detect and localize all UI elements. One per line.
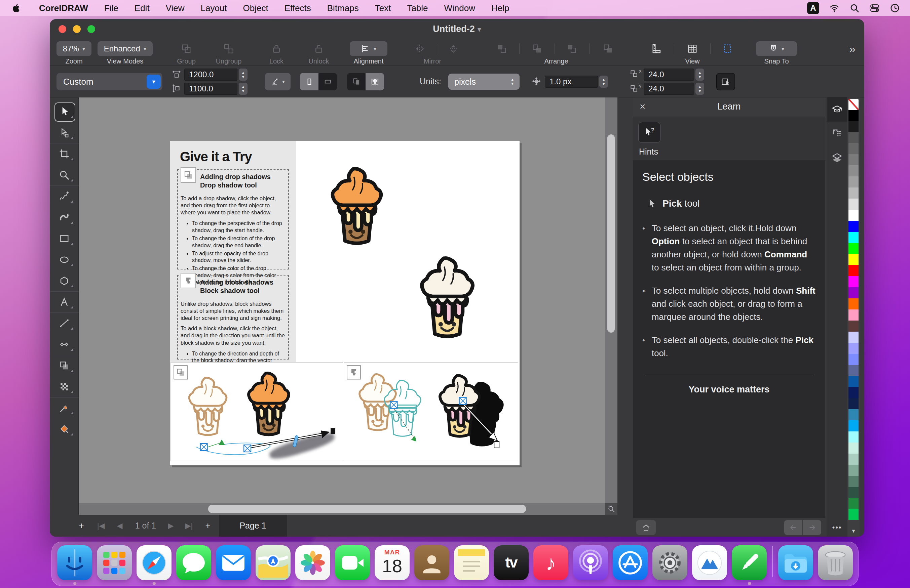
first-page-button[interactable]: |◀ — [94, 515, 108, 536]
color-swatch[interactable] — [848, 409, 858, 420]
tool-shape[interactable] — [50, 122, 79, 143]
tool-transparency[interactable] — [50, 376, 79, 397]
menu-table[interactable]: Table — [399, 0, 436, 16]
dock-podcasts[interactable] — [573, 545, 608, 585]
nudge-stepper[interactable]: ▴▾ — [599, 76, 608, 88]
title-chevron-icon[interactable]: ▾ — [478, 25, 481, 34]
width-stepper[interactable]: ▴▾ — [239, 69, 248, 81]
home-button[interactable] — [636, 520, 656, 535]
color-swatch[interactable] — [848, 110, 858, 121]
hints-tool-button[interactable] — [638, 122, 661, 143]
color-swatch[interactable] — [848, 454, 858, 465]
tool-polygon[interactable] — [50, 270, 79, 291]
menu-bitmaps[interactable]: Bitmaps — [319, 0, 367, 16]
dup-x-stepper[interactable]: ▴▾ — [695, 69, 704, 81]
dock-facetime[interactable] — [335, 545, 370, 585]
color-swatch[interactable] — [848, 443, 858, 454]
color-swatch[interactable] — [848, 165, 858, 176]
tool-drop-shadow[interactable] — [50, 355, 79, 376]
back-button[interactable] — [784, 520, 802, 535]
color-swatch[interactable] — [848, 321, 858, 332]
page-1-tab[interactable]: Page 1 — [219, 515, 287, 536]
color-swatch[interactable] — [848, 232, 858, 243]
forward-button[interactable] — [803, 520, 821, 535]
menu-help[interactable]: Help — [483, 0, 517, 16]
lock-button[interactable] — [269, 41, 284, 56]
vertical-scrollbar-thumb[interactable] — [607, 134, 615, 333]
dock-music[interactable]: ♪ — [533, 545, 568, 585]
color-swatch[interactable] — [848, 132, 858, 143]
color-swatch[interactable] — [848, 210, 858, 221]
view-modes-dropdown[interactable]: Enhanced▾ — [97, 41, 153, 56]
pink-cupcake-demo[interactable] — [431, 374, 489, 441]
tool-connector[interactable] — [50, 334, 79, 355]
palette-scroll-down-button[interactable]: ▾ — [847, 527, 860, 536]
color-swatch[interactable] — [848, 431, 858, 443]
color-swatch[interactable] — [848, 343, 858, 354]
more-options-button[interactable]: ••• — [827, 523, 847, 532]
tool-zoom[interactable] — [50, 164, 79, 186]
menu-file[interactable]: File — [96, 0, 126, 16]
alignment-dropdown[interactable]: ▾ — [350, 41, 387, 56]
canvas-zoom-button[interactable] — [605, 503, 617, 515]
objects-tab[interactable] — [827, 146, 847, 170]
dock-contacts[interactable] — [414, 545, 449, 585]
color-swatch[interactable] — [848, 143, 858, 154]
color-swatch[interactable] — [848, 199, 858, 210]
horizontal-scrollbar[interactable] — [79, 503, 605, 515]
dock-trash[interactable] — [818, 545, 853, 585]
properties-tab[interactable] — [827, 122, 847, 146]
color-swatch[interactable] — [848, 309, 858, 321]
dup-y-stepper[interactable]: ▴▾ — [695, 82, 704, 95]
all-pages-button[interactable] — [347, 73, 366, 90]
treat-as-filled-button[interactable] — [716, 73, 735, 90]
duplicate-x-input[interactable]: 24.0 — [644, 69, 694, 81]
vertical-scrollbar[interactable] — [605, 97, 617, 503]
dock-notes[interactable] — [454, 545, 489, 585]
menu-window[interactable]: Window — [436, 0, 483, 16]
color-swatch[interactable] — [848, 509, 858, 520]
tool-smart-fill[interactable] — [50, 418, 79, 439]
preset-chevron-button[interactable]: ▾ — [147, 74, 161, 89]
title-bar[interactable]: Untitled-2▾ — [50, 19, 864, 39]
dock-maps[interactable] — [256, 545, 291, 585]
duplicate-y-input[interactable]: 24.0 — [644, 82, 694, 95]
tool-freehand[interactable] — [50, 186, 79, 207]
color-swatch[interactable] — [848, 287, 858, 298]
horizontal-scrollbar-thumb[interactable] — [208, 505, 526, 513]
page-width-input[interactable]: 1200.0 — [184, 69, 237, 81]
mirror-vertical-button[interactable] — [445, 41, 461, 56]
menu-object[interactable]: Object — [235, 0, 277, 16]
search-icon[interactable] — [850, 3, 860, 13]
color-swatch[interactable] — [848, 498, 858, 509]
ungroup-button[interactable] — [221, 41, 236, 56]
mirror-horizontal-button[interactable] — [412, 41, 427, 56]
tool-crop[interactable] — [50, 143, 79, 164]
dock-finder[interactable] — [57, 545, 92, 585]
dock-calendar[interactable]: MAR 18 — [375, 545, 410, 585]
dock-launchpad[interactable] — [97, 545, 132, 585]
color-swatch[interactable] — [848, 487, 858, 498]
last-page-button[interactable]: ▶| — [182, 515, 196, 536]
toolbar-overflow-button[interactable]: » — [849, 41, 855, 56]
your-voice-matters-link[interactable]: Your voice matters — [642, 384, 816, 395]
forward-one-button[interactable] — [564, 41, 580, 56]
dock-coreldraw-app[interactable] — [732, 545, 767, 585]
dock-mail[interactable] — [216, 545, 251, 585]
next-page-button[interactable]: ▶ — [164, 515, 178, 536]
color-swatch[interactable] — [848, 265, 858, 276]
current-page-button[interactable] — [366, 73, 384, 90]
dock-blue-mountain-app[interactable] — [692, 545, 727, 585]
group-button[interactable] — [178, 41, 194, 56]
outline-cupcake-artwork[interactable] — [181, 376, 235, 440]
page-height-input[interactable]: 1100.0 — [184, 82, 237, 95]
guidelines-button[interactable] — [720, 41, 735, 56]
add-page-button-2[interactable]: + — [201, 515, 215, 536]
tool-rectangle[interactable] — [50, 228, 79, 249]
unlock-button[interactable] — [311, 41, 327, 56]
tool-text[interactable] — [50, 291, 79, 312]
landscape-button[interactable] — [319, 73, 337, 90]
tool-pick[interactable] — [50, 101, 79, 122]
portrait-button[interactable] — [300, 73, 319, 90]
color-swatch[interactable] — [848, 276, 858, 287]
